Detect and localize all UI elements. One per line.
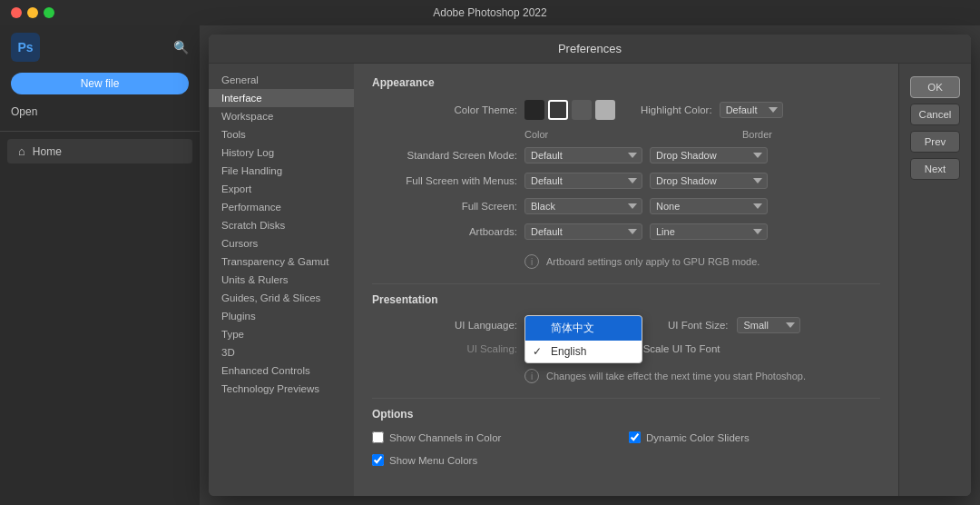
- fullscreen-row: Full Screen: Black None: [372, 198, 880, 214]
- prev-button[interactable]: Prev: [910, 131, 960, 153]
- changes-info-icon: i: [524, 369, 539, 383]
- color-theme-row: Color Theme: Highlight Color: Default: [372, 100, 880, 120]
- sidebar-item-transparency[interactable]: Transparency & Gamut: [209, 252, 354, 271]
- ui-font-size-label: UI Font Size:: [668, 320, 728, 331]
- show-menu-colors-checkbox[interactable]: [372, 454, 384, 466]
- theme-swatch-medium-light[interactable]: [572, 100, 592, 120]
- artboard-info-icon: i: [524, 254, 539, 269]
- new-file-button[interactable]: New file: [11, 73, 189, 94]
- pref-sidebar: General Interface Workspace Tools Histor…: [209, 64, 354, 496]
- sidebar-item-workspace[interactable]: Workspace: [209, 107, 354, 125]
- home-label: Home: [33, 145, 62, 158]
- close-button[interactable]: [11, 7, 22, 18]
- ui-language-label: UI Language:: [372, 320, 517, 331]
- highlight-color-label: Highlight Color:: [641, 104, 712, 115]
- home-item[interactable]: ⌂ Home: [7, 139, 192, 163]
- sidebar-item-history-log[interactable]: History Log: [209, 144, 354, 162]
- ui-font-size-group: UI Font Size: Small: [668, 317, 800, 333]
- sidebar-item-interface[interactable]: Interface: [209, 89, 354, 107]
- main-content: Preferences General Interface Workspace …: [200, 25, 980, 505]
- dynamic-sliders-row: Dynamic Color Sliders: [629, 431, 880, 443]
- section-divider-1: [372, 283, 880, 284]
- artboards-label: Artboards:: [372, 226, 517, 237]
- titlebar: Adobe Photoshop 2022: [0, 0, 980, 25]
- sidebar-item-enhanced-controls[interactable]: Enhanced Controls: [209, 361, 354, 380]
- standard-screen-color-select[interactable]: Default: [524, 147, 642, 163]
- language-dropdown-popup[interactable]: 简体中文 English: [524, 315, 642, 363]
- highlight-color-select[interactable]: Default: [720, 102, 783, 118]
- col-headers: Color Border: [372, 129, 880, 140]
- show-menu-colors-label: Show Menu Colors: [389, 455, 477, 466]
- standard-screen-label: Standard Screen Mode:: [372, 150, 517, 161]
- appearance-section-title: Appearance: [372, 76, 880, 89]
- artboard-info-row: i Artboard settings only apply to GPU RG…: [372, 249, 880, 274]
- standard-screen-border-select[interactable]: Drop Shadow: [650, 147, 768, 163]
- preferences-body: General Interface Workspace Tools Histor…: [209, 64, 971, 496]
- show-channels-row: Show Channels in Color: [372, 431, 623, 443]
- options-section-title: Options: [372, 408, 880, 421]
- sidebar-item-type[interactable]: Type: [209, 325, 354, 343]
- changes-info-row: i Changes will take effect the next time…: [372, 363, 880, 389]
- sidebar-item-3d[interactable]: 3D: [209, 343, 354, 361]
- sidebar-item-technology-previews[interactable]: Technology Previews: [209, 380, 354, 398]
- section-divider-2: [372, 398, 880, 399]
- fullscreen-color-select[interactable]: Black: [524, 198, 642, 214]
- ps-sidebar: Ps 🔍 New file Open ⌂ Home: [0, 25, 200, 505]
- ps-logo: Ps: [11, 33, 40, 62]
- theme-swatch-dark[interactable]: [524, 100, 544, 120]
- sidebar-item-file-handling[interactable]: File Handling: [209, 162, 354, 180]
- fullscreen-menus-color-select[interactable]: Default: [524, 173, 642, 189]
- highlight-color-row: Highlight Color: Default: [641, 102, 783, 118]
- maximize-button[interactable]: [44, 7, 54, 18]
- dropdown-item-english[interactable]: English: [525, 341, 642, 362]
- theme-swatch-light[interactable]: [595, 100, 615, 120]
- border-col-header: Border: [742, 129, 851, 140]
- sidebar-item-general[interactable]: General: [209, 71, 354, 89]
- options-grid: Show Channels in Color Dynamic Color Sli…: [372, 431, 880, 471]
- show-channels-checkbox[interactable]: [372, 431, 384, 443]
- search-icon[interactable]: 🔍: [173, 40, 189, 54]
- pref-main-panel: Appearance Color Theme: Highlight Color:: [354, 64, 898, 496]
- standard-screen-row: Standard Screen Mode: Default Drop Shado…: [372, 147, 880, 163]
- pref-actions: OK Cancel Prev Next: [898, 64, 971, 496]
- home-icon: ⌂: [18, 144, 25, 158]
- sidebar-item-performance[interactable]: Performance: [209, 198, 354, 216]
- ui-scaling-label: UI Scaling:: [372, 343, 517, 354]
- sidebar-item-cursors[interactable]: Cursors: [209, 234, 354, 252]
- sidebar-item-tools[interactable]: Tools: [209, 125, 354, 144]
- theme-swatch-medium-dark[interactable]: [548, 100, 568, 120]
- fullscreen-menus-label: Full Screen with Menus:: [372, 175, 517, 186]
- cancel-button[interactable]: Cancel: [910, 104, 960, 125]
- sidebar-item-plugins[interactable]: Plugins: [209, 307, 354, 325]
- sidebar-item-scratch-disks[interactable]: Scratch Disks: [209, 216, 354, 234]
- changes-info-text: Changes will take effect the next time y…: [546, 371, 806, 381]
- ps-header: Ps 🔍: [0, 25, 200, 69]
- show-menu-colors-row: Show Menu Colors: [372, 454, 623, 466]
- artboard-info-text: Artboard settings only apply to GPU RGB …: [546, 256, 760, 267]
- dropdown-item-chinese[interactable]: 简体中文: [525, 316, 642, 341]
- sidebar-item-units-rulers[interactable]: Units & Rulers: [209, 271, 354, 289]
- fullscreen-border-select[interactable]: None: [650, 198, 768, 214]
- artboards-row: Artboards: Default Line: [372, 223, 880, 240]
- next-button[interactable]: Next: [910, 158, 960, 180]
- dynamic-sliders-checkbox[interactable]: [629, 431, 641, 443]
- fullscreen-menus-border-select[interactable]: Drop Shadow: [650, 173, 768, 189]
- preferences-dialog: Preferences General Interface Workspace …: [209, 35, 971, 496]
- ui-language-row: UI Language: English UI Font Size: Small: [372, 317, 880, 333]
- minimize-button[interactable]: [27, 7, 38, 18]
- color-theme-swatches[interactable]: [524, 100, 615, 120]
- color-col-header: Color: [524, 129, 633, 140]
- presentation-section-title: Presentation: [372, 293, 880, 306]
- ui-font-size-select[interactable]: Small: [737, 317, 800, 333]
- open-button[interactable]: Open: [11, 102, 189, 122]
- sidebar-item-export[interactable]: Export: [209, 180, 354, 198]
- ok-button[interactable]: OK: [910, 76, 960, 98]
- artboards-border-select[interactable]: Line: [650, 223, 768, 240]
- sidebar-item-guides[interactable]: Guides, Grid & Slices: [209, 289, 354, 307]
- color-theme-label: Color Theme:: [372, 104, 517, 115]
- preferences-title: Preferences: [209, 35, 971, 64]
- artboards-color-select[interactable]: Default: [524, 223, 642, 240]
- sidebar-divider: [0, 131, 200, 132]
- fullscreen-label: Full Screen:: [372, 201, 517, 212]
- scale-ui-label: Scale UI To Font: [643, 343, 720, 354]
